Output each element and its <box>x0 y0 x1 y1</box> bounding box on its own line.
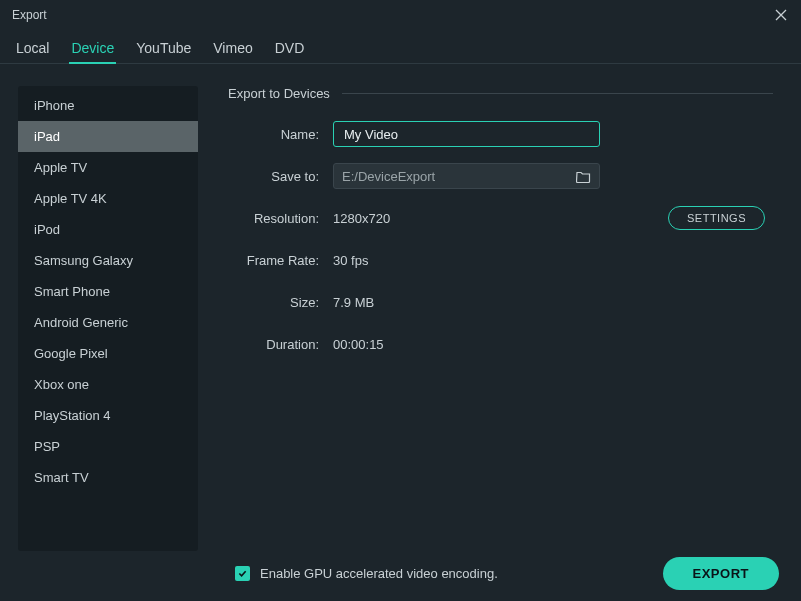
close-button[interactable] <box>773 7 789 23</box>
footer-bar: Enable GPU accelerated video encoding. E… <box>0 545 801 601</box>
sidebar-item-apple-tv-4k[interactable]: Apple TV 4K <box>18 183 198 214</box>
settings-button[interactable]: SETTINGS <box>668 206 765 230</box>
titlebar: Export <box>0 0 801 30</box>
tabs-bar: Local Device YouTube Vimeo DVD <box>0 30 801 64</box>
check-icon <box>238 569 247 578</box>
tab-local[interactable]: Local <box>14 34 51 63</box>
tab-vimeo[interactable]: Vimeo <box>211 34 254 63</box>
saveto-label: Save to: <box>228 169 333 184</box>
sidebar-item-smart-tv[interactable]: Smart TV <box>18 462 198 493</box>
name-label: Name: <box>228 127 333 142</box>
export-form: Export to Devices Name: Save to: E:/Devi… <box>228 86 783 551</box>
section-title: Export to Devices <box>228 86 330 101</box>
tab-youtube[interactable]: YouTube <box>134 34 193 63</box>
folder-icon[interactable] <box>576 170 591 183</box>
gpu-checkbox-wrap[interactable]: Enable GPU accelerated video encoding. <box>235 566 498 581</box>
device-sidebar: iPhoneiPadApple TVApple TV 4KiPodSamsung… <box>18 86 198 551</box>
saveto-path: E:/DeviceExport <box>342 169 568 184</box>
section-divider <box>342 93 773 94</box>
sidebar-item-smart-phone[interactable]: Smart Phone <box>18 276 198 307</box>
window-title: Export <box>12 8 47 22</box>
tab-dvd[interactable]: DVD <box>273 34 307 63</box>
sidebar-item-samsung-galaxy[interactable]: Samsung Galaxy <box>18 245 198 276</box>
sidebar-item-android-generic[interactable]: Android Generic <box>18 307 198 338</box>
resolution-value: 1280x720 <box>333 211 390 226</box>
size-label: Size: <box>228 295 333 310</box>
sidebar-item-xbox-one[interactable]: Xbox one <box>18 369 198 400</box>
main-content: iPhoneiPadApple TVApple TV 4KiPodSamsung… <box>0 64 801 561</box>
duration-label: Duration: <box>228 337 333 352</box>
sidebar-item-ipad[interactable]: iPad <box>18 121 198 152</box>
sidebar-item-psp[interactable]: PSP <box>18 431 198 462</box>
close-icon <box>775 9 787 21</box>
resolution-label: Resolution: <box>228 211 333 226</box>
export-button[interactable]: EXPORT <box>663 557 779 590</box>
framerate-label: Frame Rate: <box>228 253 333 268</box>
sidebar-item-iphone[interactable]: iPhone <box>18 90 198 121</box>
gpu-checkbox[interactable] <box>235 566 250 581</box>
tab-device[interactable]: Device <box>69 34 116 63</box>
size-value: 7.9 MB <box>333 295 374 310</box>
gpu-label: Enable GPU accelerated video encoding. <box>260 566 498 581</box>
sidebar-item-google-pixel[interactable]: Google Pixel <box>18 338 198 369</box>
sidebar-item-apple-tv[interactable]: Apple TV <box>18 152 198 183</box>
duration-value: 00:00:15 <box>333 337 384 352</box>
framerate-value: 30 fps <box>333 253 368 268</box>
saveto-field[interactable]: E:/DeviceExport <box>333 163 600 189</box>
name-input[interactable] <box>333 121 600 147</box>
sidebar-item-ipod[interactable]: iPod <box>18 214 198 245</box>
sidebar-item-playstation-4[interactable]: PlayStation 4 <box>18 400 198 431</box>
